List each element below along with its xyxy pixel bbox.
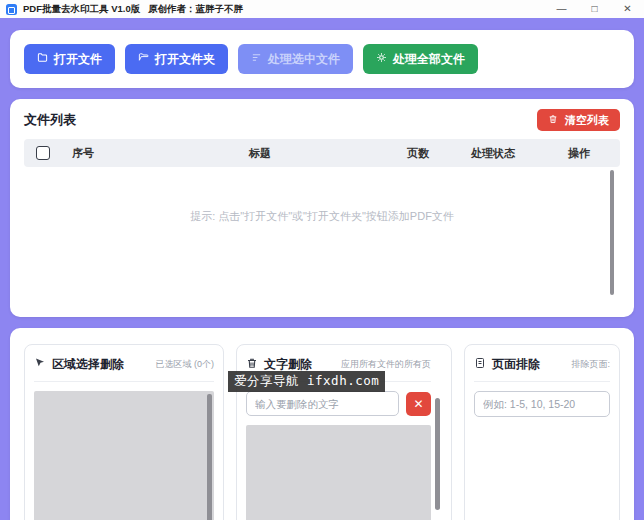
process-selected-label: 处理选中文件 — [268, 51, 340, 68]
area-select-scrollbar[interactable] — [207, 394, 212, 520]
empty-list-hint: 提示: 点击"打开文件"或"打开文件夹"按钮添加PDF文件 — [24, 167, 620, 224]
page-exclude-input[interactable] — [474, 391, 610, 417]
open-file-label: 打开文件 — [54, 51, 102, 68]
minimize-button[interactable]: — — [545, 0, 578, 18]
text-delete-note: 应用所有文件的所有页 — [341, 358, 431, 371]
window-title: PDF批量去水印工具 V1.0版 原创作者：蓝胖子不胖 — [23, 3, 243, 16]
area-select-title: 区域选择删除 — [52, 356, 124, 373]
toolbar: 打开文件 打开文件夹 处理选中文件 处理全部文件 — [10, 30, 634, 88]
process-all-label: 处理全部文件 — [393, 51, 465, 68]
area-select-count: 已选区域 (0个) — [156, 358, 215, 371]
open-folder-label: 打开文件夹 — [155, 51, 215, 68]
tools-card: 区域选择删除 已选区域 (0个) 文字删除 应用所有文件的所有页 ✕ — [10, 328, 634, 520]
text-delete-list — [246, 425, 431, 520]
delete-text-input[interactable] — [246, 391, 399, 416]
page-exclude-title: 页面排除 — [492, 356, 540, 373]
titlebar: PDF批量去水印工具 V1.0版 原创作者：蓝胖子不胖 — □ ✕ — [0, 0, 644, 18]
table-header: 序号 标题 页数 处理状态 操作 — [24, 139, 620, 167]
process-selected-button[interactable]: 处理选中文件 — [238, 44, 353, 74]
maximize-button[interactable]: □ — [578, 0, 611, 18]
open-folder-button[interactable]: 打开文件夹 — [125, 44, 228, 74]
process-all-icon — [376, 52, 387, 66]
pointer-icon — [34, 357, 46, 372]
trash-icon — [246, 357, 258, 372]
app-icon — [6, 4, 17, 15]
folder-icon — [37, 52, 48, 66]
clear-list-button[interactable]: 清空列表 — [537, 109, 620, 131]
column-status: 处理状态 — [448, 146, 538, 161]
close-button[interactable]: ✕ — [611, 0, 644, 18]
trash-icon — [548, 114, 558, 126]
process-all-button[interactable]: 处理全部文件 — [363, 44, 478, 74]
column-title: 标题 — [132, 146, 388, 161]
file-list-card: 文件列表 清空列表 序号 标题 页数 处理状态 操作 提示: 点击"打开文件"或… — [10, 99, 634, 317]
clear-list-label: 清空列表 — [565, 113, 609, 128]
area-select-list — [34, 391, 214, 520]
select-all-checkbox[interactable] — [36, 146, 50, 160]
file-list-scrollbar[interactable] — [610, 170, 614, 295]
clear-text-button[interactable]: ✕ — [406, 392, 431, 416]
process-selected-icon — [251, 52, 262, 66]
text-delete-scrollbar[interactable] — [435, 398, 440, 510]
page-exclude-panel: 页面排除 排除页面: — [464, 344, 620, 520]
open-file-button[interactable]: 打开文件 — [24, 44, 115, 74]
window-controls: — □ ✕ — [545, 0, 644, 18]
site-watermark: 爱分享导航 ifxdh.com — [228, 371, 385, 392]
column-action: 操作 — [538, 146, 620, 161]
column-index: 序号 — [72, 146, 132, 161]
column-pages: 页数 — [388, 146, 448, 161]
area-select-panel: 区域选择删除 已选区域 (0个) — [24, 344, 224, 520]
folder-open-icon — [138, 52, 149, 66]
document-icon — [474, 357, 486, 372]
page-exclude-note: 排除页面: — [571, 358, 610, 371]
file-list-title: 文件列表 — [24, 111, 76, 129]
main-area: 打开文件 打开文件夹 处理选中文件 处理全部文件 文件列表 清空列表 序号 标题 — [0, 18, 644, 520]
